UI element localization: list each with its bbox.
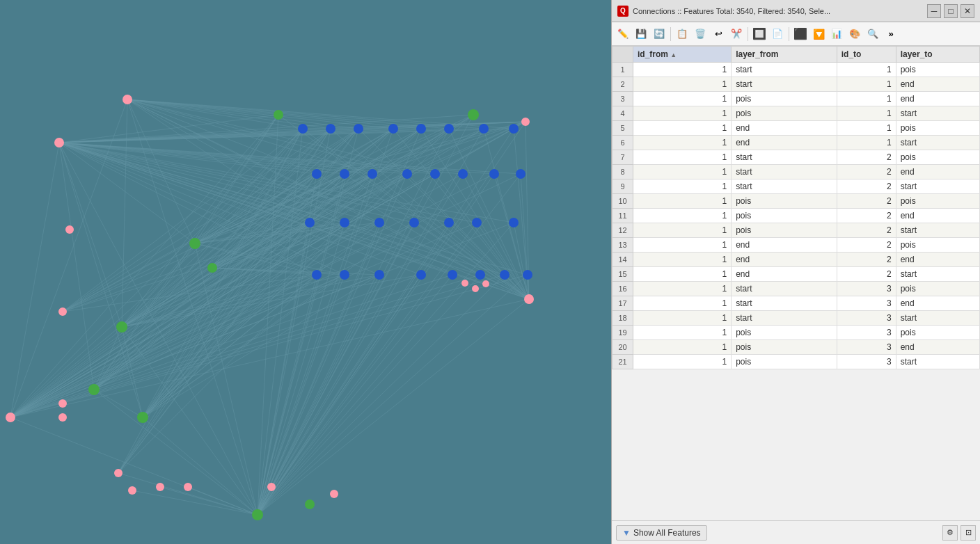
delete-button[interactable]: 🗑️ xyxy=(692,26,709,42)
restore-button[interactable]: □ xyxy=(944,4,958,18)
svg-point-326 xyxy=(305,499,315,509)
id-to-cell: 2 xyxy=(837,165,896,179)
row-number-cell: 12 xyxy=(612,223,633,238)
duplicate-button[interactable]: 📄 xyxy=(769,26,786,42)
layer-from-header[interactable]: layer_from xyxy=(732,47,837,63)
cut-button[interactable]: ✂️ xyxy=(728,26,745,42)
id-to-cell: 3 xyxy=(837,340,896,355)
table2-button[interactable]: 📊 xyxy=(828,26,845,42)
svg-point-291 xyxy=(509,124,519,134)
svg-point-302 xyxy=(374,218,384,227)
svg-point-294 xyxy=(368,169,377,179)
svg-point-341 xyxy=(65,225,74,234)
undo-button[interactable]: ↩ xyxy=(710,26,727,42)
svg-point-301 xyxy=(340,218,349,227)
layer-to-cell: start xyxy=(896,179,979,194)
id-from-cell: 1 xyxy=(633,92,732,106)
row-number-cell: 9 xyxy=(612,179,633,194)
table-row: 91start2start xyxy=(612,179,980,194)
settings-icon-button[interactable]: ⚙ xyxy=(942,525,958,541)
table-row: 61end1start xyxy=(612,136,980,150)
more-button[interactable]: » xyxy=(883,26,899,42)
search-button[interactable]: 🔍 xyxy=(864,26,881,42)
layer-from-cell: pois xyxy=(732,92,837,106)
layer-to-header[interactable]: layer_to xyxy=(896,47,979,63)
layer-from-cell: end xyxy=(732,253,837,267)
id-to-cell: 2 xyxy=(837,209,896,223)
layer-to-cell: end xyxy=(896,340,979,355)
layer-from-cell: end xyxy=(732,121,837,136)
row-number-cell: 19 xyxy=(612,326,633,340)
svg-point-313 xyxy=(500,270,509,280)
row-number-cell: 16 xyxy=(612,282,633,296)
svg-point-300 xyxy=(305,218,315,227)
color-button[interactable]: 🎨 xyxy=(846,26,863,42)
select-button[interactable]: ⬛ xyxy=(792,26,809,42)
copy-button[interactable]: 📋 xyxy=(674,26,690,42)
layer-from-cell: end xyxy=(732,238,837,253)
id-from-header[interactable]: id_from ▲ xyxy=(633,47,732,63)
table-row: 211pois3start xyxy=(612,355,980,369)
svg-point-299 xyxy=(516,169,525,179)
svg-point-329 xyxy=(521,118,530,126)
id-to-cell: 2 xyxy=(837,267,896,282)
show-features-label: Show All Features xyxy=(633,528,701,538)
id-from-cell: 1 xyxy=(633,179,732,194)
layer-from-cell: start xyxy=(732,311,837,326)
layer-from-cell: start xyxy=(732,296,837,311)
table-row: 81start2end xyxy=(612,165,980,179)
layer-to-cell: end xyxy=(896,253,979,267)
layer-to-cell: end xyxy=(896,165,979,179)
layer-to-cell: start xyxy=(896,106,979,121)
row-number-cell: 7 xyxy=(612,150,633,165)
toolbar: ✏️ 💾 🔄 📋 🗑️ ↩ ✂️ 🔲 📄 ⬛ 🔽 📊 🎨 🔍 » xyxy=(612,22,980,46)
table-row: 51end1pois xyxy=(612,121,980,136)
layer-from-cell: start xyxy=(732,63,837,77)
svg-point-287 xyxy=(388,124,398,134)
table-row: 171start3end xyxy=(612,296,980,311)
svg-point-290 xyxy=(479,124,489,134)
svg-point-307 xyxy=(312,270,322,280)
table-wrapper[interactable]: id_from ▲ layer_from id_to layer_to 11st… xyxy=(612,46,980,520)
dock-button[interactable]: ⊡ xyxy=(961,525,976,541)
svg-point-317 xyxy=(482,280,489,287)
svg-point-289 xyxy=(444,124,454,134)
id-from-cell: 1 xyxy=(633,296,732,311)
svg-point-339 xyxy=(267,483,276,491)
id-to-header[interactable]: id_to xyxy=(837,47,896,63)
edit-toggle-button[interactable]: ✏️ xyxy=(615,26,631,42)
svg-point-310 xyxy=(416,270,426,280)
save-button[interactable]: 💾 xyxy=(633,26,649,42)
id-to-cell: 2 xyxy=(837,150,896,165)
svg-point-319 xyxy=(468,109,479,120)
layer-from-cell: pois xyxy=(732,326,837,340)
network-visualization xyxy=(0,0,612,544)
close-button[interactable]: ✕ xyxy=(961,4,974,18)
svg-point-298 xyxy=(489,169,499,179)
add-feature-button[interactable]: 🔲 xyxy=(751,26,768,42)
id-from-cell: 1 xyxy=(633,121,732,136)
svg-point-334 xyxy=(58,413,67,422)
table-row: 121pois2start xyxy=(612,223,980,238)
layer-from-cell: start xyxy=(732,150,837,165)
show-all-features-button[interactable]: ▼ Show All Features xyxy=(616,525,707,541)
id-to-cell: 3 xyxy=(837,326,896,340)
filter-button[interactable]: 🔽 xyxy=(810,26,827,42)
svg-point-284 xyxy=(298,124,308,134)
svg-point-293 xyxy=(340,169,349,179)
table-row: 71start2pois xyxy=(612,150,980,165)
layer-to-cell: start xyxy=(896,267,979,282)
layer-from-cell: start xyxy=(732,179,837,194)
minimize-button[interactable]: ─ xyxy=(927,4,941,18)
table-header-row: id_from ▲ layer_from id_to layer_to xyxy=(612,47,980,63)
reload-button[interactable]: 🔄 xyxy=(651,26,667,42)
layer-to-cell: end xyxy=(896,77,979,92)
id-from-cell: 1 xyxy=(633,253,732,267)
table-body: 11start1pois21start1end31pois1end41pois1… xyxy=(612,63,980,369)
svg-point-331 xyxy=(6,413,15,422)
table-row: 161start3pois xyxy=(612,282,980,296)
svg-point-337 xyxy=(156,483,164,491)
id-from-cell: 1 xyxy=(633,223,732,238)
layer-to-cell: start xyxy=(896,136,979,150)
id-to-cell: 1 xyxy=(837,77,896,92)
